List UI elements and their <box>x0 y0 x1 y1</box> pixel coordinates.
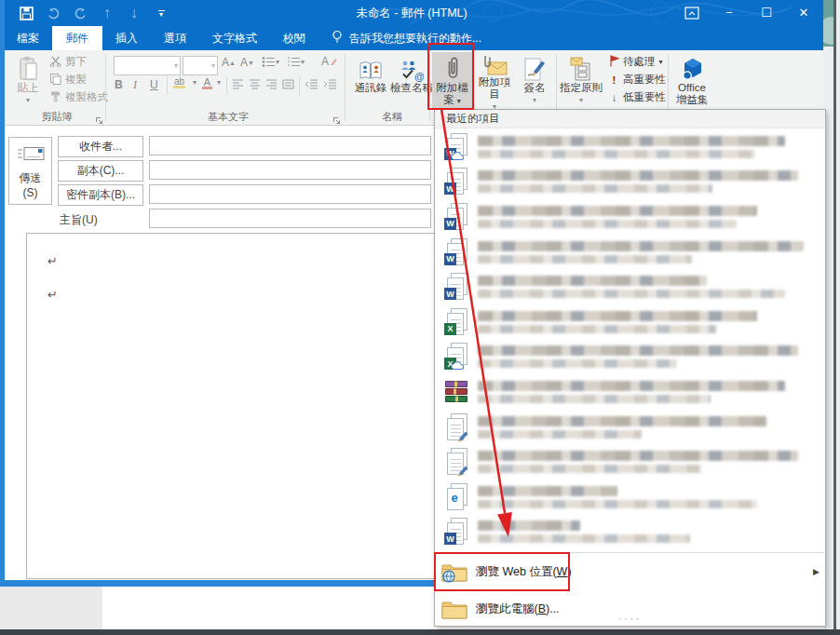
copy-button[interactable]: 複製 <box>49 73 87 87</box>
attach-item-label: 附加項目 <box>474 76 515 101</box>
signature-label: 簽名 <box>524 82 546 94</box>
background-window-edge <box>833 0 836 629</box>
to-button[interactable]: 收件者... <box>58 136 143 157</box>
font-color-icon[interactable]: A <box>202 77 212 89</box>
cc-input[interactable] <box>149 160 431 180</box>
subject-label: 主旨(U) <box>60 212 98 228</box>
signature-icon <box>523 54 547 82</box>
format-painter-button[interactable]: 複製格式 <box>49 90 108 104</box>
recent-item[interactable]: X <box>435 340 825 375</box>
italic-button[interactable]: I <box>133 78 137 92</box>
browse-web-locations-item[interactable]: 瀏覽 Web 位置(W) ▶ <box>435 554 825 589</box>
font-size-combo[interactable]: ▾ <box>183 56 218 75</box>
send-button[interactable]: 傳送 (S) <box>8 137 52 205</box>
address-book-button[interactable]: 通訊錄 <box>351 52 390 106</box>
numbering-icon[interactable]: ▾ <box>287 56 305 67</box>
recent-item[interactable] <box>435 410 825 445</box>
recent-item[interactable]: W <box>435 165 825 200</box>
recent-item[interactable]: W <box>435 515 825 550</box>
increase-indent-icon[interactable] <box>323 79 337 89</box>
background-bottom-strip <box>0 629 840 635</box>
recent-item[interactable]: e <box>435 480 825 515</box>
redacted-filename <box>478 276 707 286</box>
bcc-button[interactable]: 密件副本(B)... <box>58 184 143 206</box>
tab-format-text[interactable]: 文字格式 <box>199 26 270 50</box>
attach-file-button[interactable]: 附加檔 案 ▾ <box>432 52 472 108</box>
paste-button[interactable]: 貼上 ▾ <box>7 52 48 106</box>
recent-item[interactable]: W <box>435 199 825 235</box>
recent-item[interactable] <box>435 444 825 480</box>
shrink-font-icon[interactable]: A▼ <box>240 56 254 69</box>
attach-item-icon <box>482 54 508 76</box>
distribute-icon[interactable] <box>282 79 294 89</box>
follow-up-button[interactable]: 待處理 ▾ <box>609 55 663 69</box>
close-button[interactable]: ✕ <box>788 0 820 25</box>
address-book-icon <box>359 54 383 82</box>
cut-button[interactable]: 剪下 <box>49 55 87 69</box>
minimize-button[interactable]: − <box>713 0 745 25</box>
font-name-combo[interactable]: ▾ <box>114 56 181 75</box>
assign-policy-button[interactable]: 指定原則 ▾ <box>560 52 603 106</box>
flag-icon <box>609 55 619 69</box>
chevron-down-icon[interactable]: ▾ <box>217 78 221 87</box>
word-file-icon: W <box>442 518 470 546</box>
basic-text-dialog-launcher-icon[interactable] <box>332 112 342 121</box>
high-importance-button[interactable]: ! 高重要性 <box>609 73 666 87</box>
tab-insert[interactable]: 插入 <box>102 26 151 50</box>
title-bar: ↑ ↓ ▾ 未命名 - 郵件 (HTML) − ☐ ✕ <box>0 0 823 26</box>
redacted-filepath <box>478 395 711 403</box>
ribbon-display-options-icon[interactable] <box>676 0 708 25</box>
clipboard-dialog-launcher-icon[interactable] <box>95 112 104 121</box>
tab-options[interactable]: 選項 <box>151 26 199 50</box>
align-right-icon[interactable] <box>265 79 278 89</box>
background-block <box>102 587 434 629</box>
recent-item[interactable]: W <box>435 129 825 165</box>
recent-item[interactable] <box>435 374 825 410</box>
signature-button[interactable]: 簽名 ▾ <box>516 52 553 106</box>
office-addins-button[interactable]: Office 增益集 <box>671 52 712 106</box>
clear-formatting-icon[interactable]: A <box>321 55 337 68</box>
tab-mail[interactable]: 郵件 <box>52 26 102 50</box>
tab-review[interactable]: 校閱 <box>270 26 318 50</box>
address-book-label: 通訊錄 <box>355 82 387 94</box>
chevron-down-icon: ▾ <box>457 97 461 105</box>
align-left-icon[interactable] <box>232 79 244 89</box>
browse-web-locations-label: 瀏覽 Web 位置(W) <box>476 564 572 580</box>
attach-item-button[interactable]: 附加項目 ▾ <box>474 52 515 106</box>
cc-button[interactable]: 副本(C)... <box>58 160 143 182</box>
highlight-color-icon[interactable]: ab <box>173 77 185 88</box>
maximize-button[interactable]: ☐ <box>751 0 782 25</box>
basic-text-group-label: 基本文字 <box>191 110 265 124</box>
check-names-label: 檢查名稱 <box>390 82 433 94</box>
check-names-button[interactable]: @ 檢查名稱 <box>390 52 433 106</box>
folder-web-icon <box>440 561 468 583</box>
grow-font-icon[interactable]: A▲ <box>222 56 236 69</box>
tab-file[interactable]: 檔案 <box>0 26 52 50</box>
redacted-filepath <box>478 465 701 473</box>
to-input[interactable] <box>149 136 431 155</box>
redacted-file-text <box>478 416 766 439</box>
recent-item[interactable]: W <box>435 235 825 270</box>
decrease-indent-icon[interactable] <box>305 79 318 89</box>
chevron-down-icon: ▾ <box>579 94 583 106</box>
low-importance-button[interactable]: ↓ 低重要性 <box>609 90 666 104</box>
office-addins-label-2: 增益集 <box>676 94 709 106</box>
underline-button[interactable]: U <box>150 78 158 91</box>
chevron-down-icon: ▾ <box>26 94 30 106</box>
excel-file-icon: X <box>442 308 470 336</box>
recent-item[interactable]: X <box>435 304 825 340</box>
recent-items-header: 最近的項目 <box>435 110 825 128</box>
assign-policy-label: 指定原則 <box>560 82 603 94</box>
low-importance-icon: ↓ <box>609 92 619 103</box>
chevron-down-icon[interactable]: ▾ <box>193 78 196 87</box>
tell-me-box[interactable]: 告訴我您想要執行的動作... <box>318 26 481 50</box>
bcc-input[interactable] <box>149 184 431 204</box>
recent-item[interactable]: W <box>435 269 825 304</box>
paste-label: 貼上 <box>18 82 39 94</box>
align-center-icon[interactable] <box>249 79 261 89</box>
resize-grip-dots[interactable]: ···· <box>435 614 825 624</box>
subject-input[interactable] <box>149 209 431 228</box>
attach-file-label: 附加檔 <box>436 82 468 94</box>
bold-button[interactable]: B <box>115 78 123 91</box>
bullets-icon[interactable]: ▾ <box>262 56 279 67</box>
